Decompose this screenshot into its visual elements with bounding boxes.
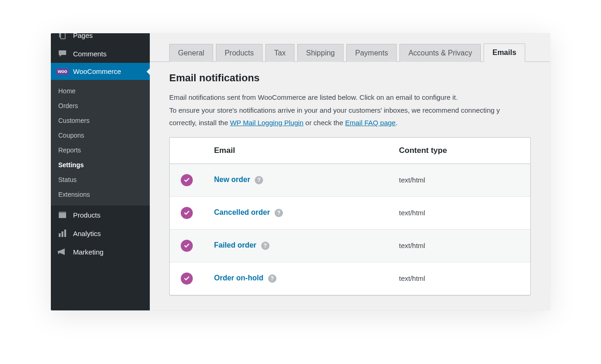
main-content: General Products Tax Shipping Payments A… [150, 33, 550, 310]
woocommerce-submenu: Home Orders Customers Coupons Reports Se… [51, 80, 150, 206]
svg-rect-4 [59, 212, 66, 213]
sidebar-item-label: WooCommerce [73, 67, 121, 75]
content-type-value: text/html [399, 209, 519, 217]
help-icon[interactable]: ? [268, 274, 276, 283]
sidebar-item-comments[interactable]: Comments [51, 44, 150, 63]
content-type-value: text/html [399, 242, 519, 249]
status-enabled-icon [181, 240, 193, 252]
help-icon[interactable]: ? [275, 209, 283, 217]
email-link[interactable]: Failed order [214, 241, 257, 249]
email-link[interactable]: Order on-hold [214, 274, 264, 282]
email-table: Email Content type New order?text/htmlCa… [169, 137, 531, 296]
email-link[interactable]: Cancelled order [214, 208, 270, 216]
sidebar-item-woocommerce[interactable]: woo WooCommerce [51, 63, 150, 80]
submenu-home[interactable]: Home [51, 84, 150, 98]
page-heading: Email notifications [169, 72, 531, 84]
content-type-value: text/html [399, 274, 519, 282]
status-enabled-icon [181, 207, 193, 219]
analytics-icon [57, 229, 67, 238]
submenu-status[interactable]: Status [51, 172, 150, 187]
status-enabled-icon [181, 174, 193, 186]
sidebar-item-analytics[interactable]: Analytics [51, 224, 150, 243]
description-line-2a: To ensure your store's notifications arr… [169, 104, 531, 116]
sidebar-item-pages[interactable]: Pages [51, 33, 150, 44]
help-icon[interactable]: ? [261, 242, 270, 250]
desc-text: correctly, install the [169, 119, 230, 127]
content-type-value: text/html [399, 176, 519, 184]
pages-icon [57, 33, 67, 40]
submenu-coupons[interactable]: Coupons [51, 128, 150, 143]
tab-general[interactable]: General [169, 44, 213, 62]
link-wp-mail-logging[interactable]: WP Mail Logging Plugin [230, 119, 303, 127]
desc-text: . [396, 119, 398, 127]
sidebar-item-label: Analytics [73, 230, 101, 237]
submenu-customers[interactable]: Customers [51, 113, 150, 128]
tab-tax[interactable]: Tax [265, 44, 294, 62]
settings-tabs: General Products Tax Shipping Payments A… [150, 33, 550, 62]
products-icon [57, 210, 67, 219]
sidebar-item-label: Marketing [73, 248, 104, 256]
help-icon[interactable]: ? [255, 176, 263, 184]
woocommerce-icon: woo [57, 68, 67, 75]
table-header: Email Content type [170, 138, 530, 164]
description-line-1: Email notifications sent from WooCommerc… [169, 91, 531, 103]
column-header-content-type: Content type [399, 146, 519, 155]
admin-sidebar: Pages Comments woo WooCommerce Home Orde… [51, 33, 150, 310]
email-link[interactable]: New order [214, 176, 250, 183]
table-body: New order?text/htmlCancelled order?text/… [170, 164, 530, 295]
woo-badge: woo [56, 68, 69, 75]
svg-rect-5 [59, 233, 61, 237]
tab-payments[interactable]: Payments [346, 44, 397, 62]
desc-text: or check the [303, 119, 345, 127]
sidebar-item-label: Products [73, 211, 100, 219]
sidebar-item-label: Pages [73, 33, 93, 39]
sidebar-item-products[interactable]: Products [51, 206, 150, 224]
tab-products[interactable]: Products [216, 44, 263, 62]
table-row[interactable]: New order?text/html [170, 164, 530, 197]
submenu-extensions[interactable]: Extensions [51, 187, 150, 202]
svg-rect-6 [61, 231, 63, 237]
column-header-email: Email [214, 146, 399, 155]
tab-shipping[interactable]: Shipping [297, 44, 343, 62]
table-row[interactable]: Cancelled order?text/html [170, 197, 530, 230]
svg-rect-3 [59, 213, 66, 218]
table-row[interactable]: Order on-hold?text/html [170, 262, 530, 295]
svg-rect-1 [61, 33, 65, 39]
table-row[interactable]: Failed order?text/html [170, 230, 530, 262]
sidebar-item-marketing[interactable]: Marketing [51, 243, 150, 261]
description-line-2b: correctly, install the WP Mail Logging P… [169, 117, 531, 129]
comments-icon [57, 49, 67, 58]
submenu-reports[interactable]: Reports [51, 143, 150, 158]
tab-accounts-privacy[interactable]: Accounts & Privacy [399, 44, 481, 62]
submenu-orders[interactable]: Orders [51, 98, 150, 113]
link-email-faq[interactable]: Email FAQ page [345, 119, 395, 127]
tab-emails[interactable]: Emails [484, 43, 525, 62]
status-enabled-icon [181, 273, 193, 285]
marketing-icon [57, 247, 67, 256]
email-settings-content: Email notifications Email notifications … [150, 62, 550, 296]
svg-rect-7 [64, 230, 66, 237]
sidebar-item-label: Comments [73, 50, 107, 58]
submenu-settings[interactable]: Settings [51, 158, 150, 172]
admin-window: Pages Comments woo WooCommerce Home Orde… [51, 33, 550, 310]
